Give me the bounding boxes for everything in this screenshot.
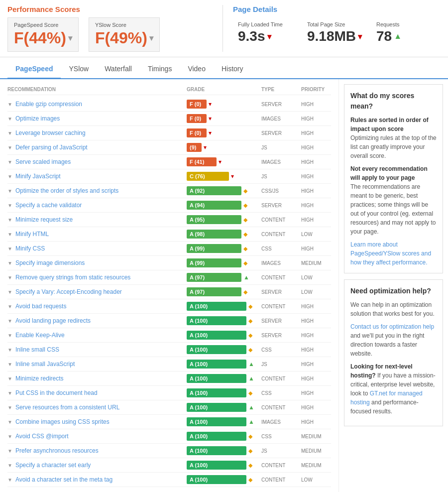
recommendation-name[interactable]: Specify image dimensions (15, 259, 187, 266)
fully-loaded-item: Fully Loaded Time 9.3s▾ (233, 17, 302, 48)
optimization-help-box: Need optimization help? We can help in a… (344, 279, 443, 426)
recommendation-name[interactable]: Inline small CSS (15, 346, 187, 353)
grade-cell: A (100)▲ (187, 374, 261, 383)
recommendation-name[interactable]: Inline small JavaScript (15, 361, 187, 368)
expand-icon[interactable]: ▼ (7, 217, 12, 223)
recommendation-name[interactable]: Serve resources from a consistent URL (15, 404, 187, 411)
table-row: ▼Remove query strings from static resour… (7, 270, 331, 285)
expand-icon[interactable]: ▼ (7, 116, 12, 122)
expand-icon[interactable]: ▼ (7, 304, 12, 309)
recommendation-name[interactable]: Avoid bad requests (15, 303, 187, 310)
tab-waterfall[interactable]: Waterfall (97, 60, 140, 79)
recommendation-name[interactable]: Prefer asynchronous resources (15, 447, 187, 454)
expand-icon[interactable]: ▼ (7, 477, 12, 483)
table-row: ▼Avoid landing page redirectsA (100)◆SER… (7, 314, 331, 328)
expand-icon[interactable]: ▼ (7, 232, 12, 237)
expand-icon[interactable]: ▼ (7, 159, 12, 165)
grade-arrow-icon: ◆ (243, 188, 247, 194)
recommendation-name[interactable]: Minify HTML (15, 231, 187, 238)
expand-icon[interactable]: ▼ (7, 376, 12, 381)
type-cell: SERVER (261, 102, 301, 107)
tab-video[interactable]: Video (180, 60, 214, 79)
scores-meaning-link[interactable]: Learn more about PageSpeed/YSlow scores … (350, 241, 431, 266)
recommendation-name[interactable]: Minimize request size (15, 216, 187, 223)
recommendation-name[interactable]: Defer parsing of JavaScript (15, 144, 187, 151)
grade-cell: F (41)▾ (187, 157, 261, 166)
table-row: ▼Optimize imagesF (0)▾IMAGESHIGH (7, 112, 331, 126)
recommendation-name[interactable]: Minify JavaScript (15, 173, 187, 180)
recommendation-name[interactable]: Put CSS in the document head (15, 389, 187, 396)
grade-cell: A (100)▲ (187, 417, 261, 426)
recommendation-name[interactable]: Specify a character set early (15, 462, 187, 469)
expand-icon[interactable]: ▼ (7, 246, 12, 251)
requests-arrow-icon[interactable]: ▲ (394, 32, 402, 41)
recommendation-name[interactable]: Enable gzip compression (15, 101, 187, 108)
expand-icon[interactable]: ▼ (7, 102, 12, 107)
yslow-score-value: F(49%) ▾ (95, 29, 153, 47)
priority-cell: HIGH (301, 246, 331, 251)
grade-arrow-icon: ▾ (219, 158, 222, 165)
requests-item: Requests 78▲ (371, 17, 441, 48)
tab-pagespeed[interactable]: PageSpeed (7, 60, 61, 79)
recommendation-name[interactable]: Optimize images (15, 115, 187, 122)
expand-icon[interactable]: ▼ (7, 174, 12, 179)
recommendation-name[interactable]: Minimize redirects (15, 375, 187, 382)
expand-icon[interactable]: ▼ (7, 434, 12, 439)
expand-icon[interactable]: ▼ (7, 448, 12, 454)
expand-icon[interactable]: ▼ (7, 333, 12, 338)
recommendation-name[interactable]: Remove query strings from static resourc… (15, 274, 187, 281)
recommendation-name[interactable]: Minify CSS (15, 245, 187, 252)
grade-cell: A (100)◆ (187, 432, 261, 441)
performance-scores-section: Performance Scores PageSpeed Score F(44%… (7, 5, 215, 52)
grade-arrow-icon: ◆ (248, 332, 252, 339)
grade-bar: A (99)◆ (187, 258, 261, 267)
grade-badge: A (97) (187, 287, 241, 296)
priority-cell: HIGH (301, 362, 331, 367)
expand-icon[interactable]: ▼ (7, 289, 12, 295)
grade-bar: A (97)▲ (187, 273, 261, 282)
scores-meaning-para2-text: The recommendations are meant to be gene… (350, 183, 436, 235)
expand-icon[interactable]: ▼ (7, 145, 12, 150)
yslow-arrow-icon[interactable]: ▾ (149, 33, 153, 43)
expand-icon[interactable]: ▼ (7, 130, 12, 136)
expand-icon[interactable]: ▼ (7, 463, 12, 468)
recommendation-name[interactable]: Avoid a character set in the meta tag (15, 476, 187, 483)
recommendation-name[interactable]: Leverage browser caching (15, 129, 187, 136)
expand-icon[interactable]: ▼ (7, 419, 12, 425)
fully-loaded-arrow-icon[interactable]: ▾ (267, 32, 271, 41)
type-cell: CSS/JS (261, 188, 301, 194)
expand-icon[interactable]: ▼ (7, 347, 12, 353)
grade-badge: A (100) (187, 360, 246, 369)
table-row: ▼Minimize redirectsA (100)▲CONTENTHIGH (7, 372, 331, 386)
recommendation-name[interactable]: Serve scaled images (15, 158, 187, 165)
table-row: ▼Specify a cache validatorA (94)◆SERVERH… (7, 198, 331, 213)
recommendation-name[interactable]: Enable Keep-Alive (15, 332, 187, 339)
grade-bar: F (0)▾ (187, 100, 261, 109)
recommendation-name[interactable]: Combine images using CSS sprites (15, 418, 187, 425)
expand-icon[interactable]: ▼ (7, 318, 12, 324)
expand-icon[interactable]: ▼ (7, 260, 12, 266)
grade-badge: A (100) (187, 475, 246, 484)
tab-timings[interactable]: Timings (140, 60, 180, 79)
expand-icon[interactable]: ▼ (7, 362, 12, 367)
recommendation-name[interactable]: Optimize the order of styles and scripts (15, 187, 187, 194)
expand-icon[interactable]: ▼ (7, 203, 12, 208)
grade-bar: A (100)◆ (187, 345, 261, 354)
total-size-arrow-icon[interactable]: ▾ (358, 32, 362, 41)
grade-cell: A (100)◆ (187, 446, 261, 455)
grade-arrow-icon: ▾ (209, 101, 212, 108)
tab-yslow[interactable]: YSlow (61, 60, 97, 79)
expand-icon[interactable]: ▼ (7, 188, 12, 194)
expand-icon[interactable]: ▼ (7, 275, 12, 280)
grade-arrow-icon: ◆ (248, 462, 252, 469)
contact-us-link[interactable]: Contact us for optimization help (350, 323, 434, 330)
tab-history[interactable]: History (214, 60, 251, 79)
recommendation-name[interactable]: Specify a cache validator (15, 202, 187, 209)
expand-icon[interactable]: ▼ (7, 390, 12, 396)
recommendation-name[interactable]: Avoid CSS @import (15, 433, 187, 440)
recommendation-name[interactable]: Specify a Vary: Accept-Encoding header (15, 288, 187, 295)
expand-icon[interactable]: ▼ (7, 405, 12, 410)
recommendation-name[interactable]: Avoid landing page redirects (15, 317, 187, 324)
pagespeed-arrow-icon[interactable]: ▾ (68, 33, 72, 43)
priority-cell: LOW (301, 232, 331, 237)
